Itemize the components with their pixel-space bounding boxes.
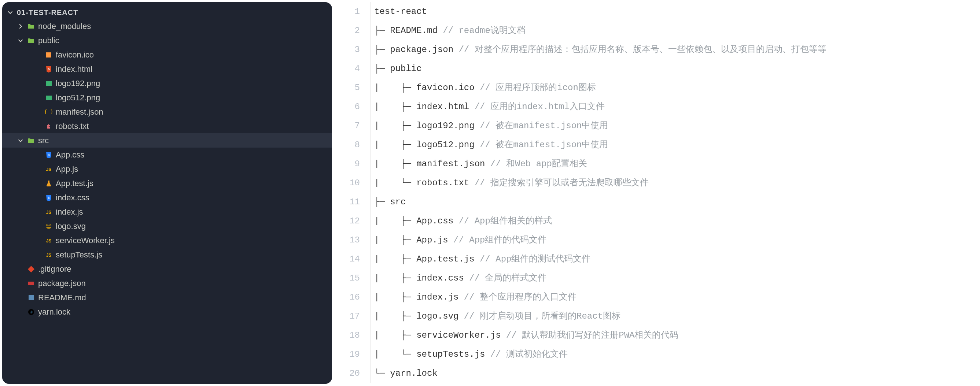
tree-item-label: robots.txt [56, 120, 89, 132]
tree-item-favicon[interactable]: favicon.ico [2, 48, 332, 62]
tree-item-gitignore[interactable]: .gitignore [2, 262, 332, 276]
line-number: 18 [342, 326, 364, 345]
tree-item-sw[interactable]: JSserviceWorker.js [2, 233, 332, 248]
code-comment: // 测试初始化文件 [490, 349, 568, 359]
tree-item-label: logo512.png [56, 92, 100, 104]
code-line[interactable]: | ├─ logo.svg // 刚才启动项目，所看到的React图标 [374, 307, 978, 326]
code-comment: // App组件的代码文件 [453, 235, 546, 245]
svg-text:3: 3 [48, 196, 49, 200]
code-line[interactable]: | ├─ index.html // 应用的index.html入口文件 [374, 97, 978, 116]
svg-text:SVG: SVG [46, 224, 52, 227]
json-icon: { } [45, 108, 53, 116]
js-icon: JS [45, 251, 53, 259]
line-number: 7 [342, 116, 364, 135]
code-line[interactable]: └─ yarn.lock [374, 364, 978, 383]
tree-item-index-js[interactable]: JSindex.js [2, 205, 332, 219]
tree-root[interactable]: 01-TEST-REACT [2, 6, 332, 19]
tree-item-logo-svg[interactable]: SVGlogo.svg [2, 219, 332, 233]
svg-text:JS: JS [46, 238, 52, 243]
tree-item-robots[interactable]: robots.txt [2, 119, 332, 133]
chevron-down-icon [17, 138, 24, 143]
tree-item-manifest[interactable]: { }manifest.json [2, 105, 332, 119]
tree-item-app-css[interactable]: 3App.css [2, 148, 332, 162]
test-icon [45, 179, 53, 187]
code-comment: // 刚才启动项目，所看到的React图标 [464, 311, 620, 321]
code-line[interactable]: | ├─ App.css // App组件相关的样式 [374, 212, 978, 231]
js-icon: JS [45, 208, 53, 216]
orange-icon [45, 51, 53, 59]
css-icon: 3 [45, 151, 53, 159]
line-number: 16 [342, 288, 364, 307]
tree-item-index-css[interactable]: 3index.css [2, 191, 332, 205]
tree-item-label: index.js [56, 206, 83, 218]
line-number: 12 [342, 212, 364, 231]
tree-item-label: App.js [56, 163, 78, 175]
tree-item-app-js[interactable]: JSApp.js [2, 162, 332, 176]
code-line[interactable]: | ├─ favicon.ico // 应用程序顶部的icon图标 [374, 78, 978, 97]
tree-item-label: serviceWorker.js [56, 234, 115, 246]
code-editor: 1234567891011121314151617181920 test-rea… [342, 2, 978, 384]
code-comment: // 被在manifest.json中使用 [480, 121, 608, 131]
code-line[interactable]: | ├─ manifest.json // 和Web app配置相关 [374, 154, 978, 173]
code-line[interactable]: | ├─ logo192.png // 被在manifest.json中使用 [374, 116, 978, 135]
tree-item-readme[interactable]: README.md [2, 291, 332, 305]
code-line[interactable]: | ├─ logo512.png // 被在manifest.json中使用 [374, 135, 978, 154]
git-icon [27, 265, 35, 273]
code-line[interactable]: ├─ src [374, 193, 978, 212]
code-comment: // App组件相关的样式 [458, 216, 552, 226]
css-icon: 3 [45, 194, 53, 202]
line-number: 19 [342, 345, 364, 364]
tree-item-logo192[interactable]: logo192.png [2, 76, 332, 91]
html-icon: 5 [45, 65, 53, 73]
line-number: 11 [342, 193, 364, 212]
tree-item-yarn[interactable]: yarn.lock [2, 305, 332, 319]
tree-item-package[interactable]: package.json [2, 276, 332, 291]
line-number: 2 [342, 21, 364, 40]
tree-item-label: App.test.js [56, 177, 94, 189]
code-text: ├─ package.json [374, 44, 458, 54]
code-line[interactable]: | └─ robots.txt // 指定搜索引擎可以或者无法爬取哪些文件 [374, 173, 978, 193]
tree-item-setup[interactable]: JSsetupTests.js [2, 248, 332, 262]
line-number: 3 [342, 40, 364, 59]
tree-item-label: logo.svg [56, 220, 86, 232]
code-line[interactable]: ├─ README.md // readme说明文档 [374, 21, 978, 40]
code-text: | ├─ App.test.js [374, 254, 480, 264]
code-text: | └─ robots.txt [374, 178, 475, 188]
tree-item-label: index.html [56, 63, 92, 75]
tree-item-label: favicon.ico [56, 49, 94, 61]
code-text: | ├─ logo.svg [374, 311, 464, 321]
tree-item-node_modules[interactable]: node_modules [2, 19, 332, 33]
code-comment: // 应用程序顶部的icon图标 [480, 83, 596, 93]
code-line[interactable]: ├─ package.json // 对整个应用程序的描述：包括应用名称、版本号… [374, 40, 978, 59]
line-number: 20 [342, 364, 364, 383]
code-line[interactable]: | ├─ index.js // 整个应用程序的入口文件 [374, 288, 978, 307]
tree-item-public[interactable]: public [2, 33, 332, 48]
code-body[interactable]: test-react├─ README.md // readme说明文档├─ p… [370, 2, 978, 383]
code-line[interactable]: | ├─ App.test.js // App组件的测试代码文件 [374, 250, 978, 269]
file-explorer-sidebar: 01-TEST-REACT node_modulespublicfavicon.… [2, 2, 332, 384]
code-text: | ├─ serviceWorker.js [374, 330, 506, 340]
chevron-right-icon [17, 24, 24, 29]
line-gutter: 1234567891011121314151617181920 [342, 2, 364, 383]
tree-item-label: setupTests.js [56, 249, 102, 261]
line-number: 1 [342, 2, 364, 21]
tree-item-index-html[interactable]: 5index.html [2, 62, 332, 76]
code-line[interactable]: ├─ public [374, 59, 978, 78]
code-text: | ├─ App.css [374, 216, 458, 226]
tree-item-label: logo192.png [56, 77, 100, 89]
code-text: ├─ public [374, 64, 422, 74]
code-line[interactable]: | ├─ serviceWorker.js // 默认帮助我们写好的注册PWA相… [374, 326, 978, 345]
img-icon [45, 79, 53, 87]
folder-green-icon [27, 22, 35, 30]
code-line[interactable]: | ├─ index.css // 全局的样式文件 [374, 269, 978, 288]
tree-item-logo512[interactable]: logo512.png [2, 91, 332, 105]
code-line[interactable]: | └─ setupTests.js // 测试初始化文件 [374, 345, 978, 364]
code-line[interactable]: test-react [374, 2, 978, 21]
code-line[interactable]: | ├─ App.js // App组件的代码文件 [374, 231, 978, 250]
tree-item-src[interactable]: src [2, 133, 332, 148]
chevron-down-icon [6, 10, 14, 15]
code-comment: // 默认帮助我们写好的注册PWA相关的代码 [506, 330, 678, 340]
tree-item-app-test[interactable]: App.test.js [2, 176, 332, 191]
line-number: 9 [342, 154, 364, 173]
code-text: | └─ setupTests.js [374, 349, 490, 359]
